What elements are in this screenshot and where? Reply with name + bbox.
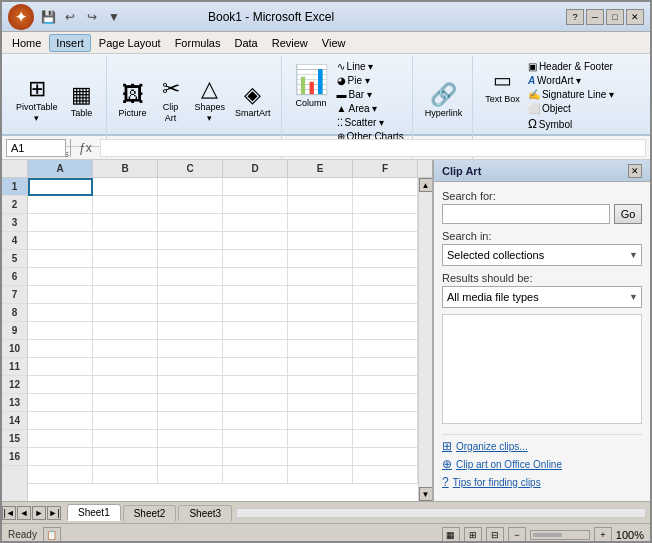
line-chart-button[interactable]: ∿ Line ▾ [335,60,406,73]
bar-chart-button[interactable]: ▬ Bar ▾ [335,88,406,101]
undo-button[interactable]: ↩ [60,7,80,27]
go-button[interactable]: Go [614,204,642,224]
row-num-8: 8 [2,304,27,322]
column-chart-button[interactable]: 📊 Column [290,58,333,114]
header-footer-button[interactable]: ▣ Header & Footer [526,60,616,73]
quick-access-toolbar: 💾 ↩ ↪ ▼ [38,7,124,27]
cell-d1[interactable] [223,178,288,196]
scroll-down-button[interactable]: ▼ [419,487,433,501]
cell-e1[interactable] [288,178,353,196]
menu-data[interactable]: Data [228,35,263,51]
menu-insert[interactable]: Insert [49,34,91,52]
row-num-9: 9 [2,322,27,340]
vertical-scrollbar[interactable]: ▲ ▼ [418,178,432,501]
save-button[interactable]: 💾 [38,7,58,27]
online-icon: ⊕ [442,457,452,471]
menu-bar: Home Insert Page Layout Formulas Data Re… [2,32,650,54]
cell-reference-box[interactable]: A1 [6,139,66,157]
search-row: Go [442,204,642,224]
search-input[interactable] [442,204,610,224]
wordart-button[interactable]: A WordArt ▾ [526,74,616,87]
pie-chart-button[interactable]: ◕ Pie ▾ [335,74,406,87]
page-break-view-button[interactable]: ⊟ [486,527,504,543]
main-area: A B C D E F 1 2 3 4 5 6 7 8 9 10 11 12 1… [2,160,650,501]
prev-sheet-button[interactable]: ◄ [17,506,31,520]
results-label: Results should be: [442,272,642,284]
search-in-section: Search in: Selected collections Everywhe… [442,230,642,266]
cell-c1[interactable] [158,178,223,196]
signature-button[interactable]: ✍ Signature Line ▾ [526,88,616,101]
cell-f1[interactable] [353,178,418,196]
next-sheet-button[interactable]: ► [32,506,46,520]
search-section: Search for: Go [442,190,642,224]
panel-close-button[interactable]: ✕ [628,164,642,178]
office-button[interactable]: ✦ [8,4,34,30]
maximize-button[interactable]: □ [606,9,624,25]
hyperlink-button[interactable]: 🔗 Hyperlink [421,73,467,129]
tips-link[interactable]: ? Tips for finding clips [442,475,642,489]
smartart-button[interactable]: ◈ SmartArt [231,73,275,129]
col-header-b[interactable]: B [93,160,158,177]
clip-art-panel: Clip Art ✕ Search for: Go Search in: Sel… [432,160,650,501]
symbol-button[interactable]: Ω Symbol [526,116,616,132]
zoom-in-button[interactable]: + [594,527,612,543]
results-dropdown[interactable]: All media file types Illustrations Photo… [442,286,642,308]
menu-formulas[interactable]: Formulas [169,35,227,51]
col-header-e[interactable]: E [288,160,353,177]
zoom-slider[interactable] [530,530,590,540]
status-icon-button[interactable]: 📋 [43,527,61,543]
pivot-table-button[interactable]: ⊞ PivotTable▾ [12,73,62,129]
table-row [28,196,418,214]
close-button[interactable]: ✕ [626,9,644,25]
textbox-button[interactable]: ▭ Text Box [481,58,524,114]
sheet-tab-1[interactable]: Sheet1 [67,504,121,521]
organize-clips-link[interactable]: ⊞ Organize clips... [442,439,642,453]
menu-page-layout[interactable]: Page Layout [93,35,167,51]
scatter-chart-button[interactable]: ⁚⁚ Scatter ▾ [335,116,406,129]
sheet-tab-2[interactable]: Sheet2 [123,505,177,521]
scroll-up-button[interactable]: ▲ [419,178,433,192]
menu-view[interactable]: View [316,35,352,51]
panel-body: Search for: Go Search in: Selected colle… [434,182,650,501]
results-dropdown-wrapper: All media file types Illustrations Photo… [442,286,642,308]
cell-b1[interactable] [93,178,158,196]
horizontal-scrollbar[interactable] [236,508,646,518]
last-sheet-button[interactable]: ►| [47,506,61,520]
cell-a2[interactable] [28,196,93,214]
cell-a1[interactable] [28,178,93,196]
table-row [28,232,418,250]
col-header-d[interactable]: D [223,160,288,177]
normal-view-button[interactable]: ▦ [442,527,460,543]
col-header-c[interactable]: C [158,160,223,177]
col-header-a[interactable]: A [28,160,93,177]
formula-input[interactable] [100,139,646,157]
area-chart-button[interactable]: ▲ Area ▾ [335,102,406,115]
first-sheet-button[interactable]: |◄ [2,506,16,520]
row-num-4: 4 [2,232,27,250]
page-layout-view-button[interactable]: ⊞ [464,527,482,543]
customize-button[interactable]: ▼ [104,7,124,27]
function-icon[interactable]: ƒx [75,141,96,155]
menu-home[interactable]: Home [6,35,47,51]
shapes-button[interactable]: △ Shapes▾ [191,73,230,129]
title-bar-title: Book1 - Microsoft Excel [208,10,334,24]
panel-footer: ⊞ Organize clips... ⊕ Clip art on Office… [442,434,642,493]
table-button[interactable]: ▦ Table [64,73,100,129]
picture-button[interactable]: 🖼 Picture [115,73,151,129]
zoom-out-button[interactable]: − [508,527,526,543]
clip-art-button[interactable]: ✂ ClipArt [153,73,189,129]
col-header-f[interactable]: F [353,160,418,177]
menu-review[interactable]: Review [266,35,314,51]
minimize-button[interactable]: ─ [586,9,604,25]
help-button[interactable]: ? [566,9,584,25]
sheet-tab-3[interactable]: Sheet3 [178,505,232,521]
object-button[interactable]: ⬜ Object [526,102,616,115]
panel-title-bar: Clip Art ✕ [434,160,650,182]
row-num-13: 13 [2,394,27,412]
office-online-link[interactable]: ⊕ Clip art on Office Online [442,457,642,471]
redo-button[interactable]: ↪ [82,7,102,27]
tips-icon: ? [442,475,449,489]
search-in-dropdown[interactable]: Selected collections Everywhere My Colle… [442,244,642,266]
table-row [28,412,418,430]
table-row [28,430,418,448]
